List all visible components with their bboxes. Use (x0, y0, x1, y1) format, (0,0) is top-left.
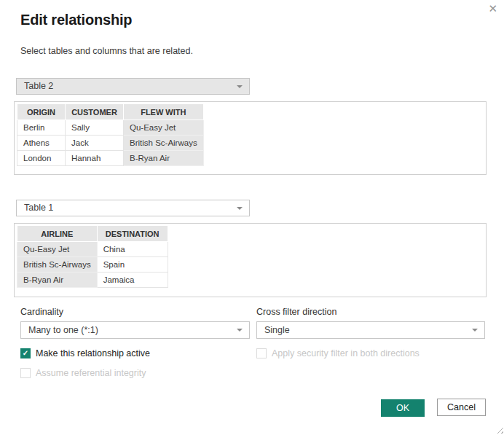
table-row: LondonHannahB-Ryan Air (17, 151, 204, 166)
table1-preview-panel: AIRLINEDESTINATIONQu-Easy JetChinaBritis… (14, 223, 487, 297)
cross-filter-direction-label: Cross filter direction (256, 307, 336, 317)
checkbox-label: Make this relationship active (36, 348, 150, 358)
table2-dropdown[interactable]: Table 2 (16, 78, 250, 95)
table-cell[interactable]: Qu-Easy Jet (17, 242, 98, 257)
checkbox-make-relationship-active[interactable]: ✓ Make this relationship active (20, 348, 150, 358)
cardinality-dropdown[interactable]: Many to one (*:1) (20, 321, 250, 339)
checkbox-apply-security-filter: ✓ Apply security filter in both directio… (256, 348, 420, 358)
close-icon[interactable]: ✕ (488, 3, 497, 14)
table-cell[interactable]: Athens (17, 136, 66, 151)
table2-preview-panel: ORIGINCUSTOMERFLEW WITHBerlinSallyQu-Eas… (14, 101, 487, 175)
table-header-row: ORIGINCUSTOMERFLEW WITH (17, 104, 204, 120)
chevron-down-icon (237, 85, 243, 88)
chevron-down-icon (237, 207, 243, 210)
resize-grip[interactable] (496, 426, 503, 434)
checkbox-label: Assume referential integrity (36, 368, 146, 378)
table-row: B-Ryan AirJamaica (17, 273, 168, 288)
cardinality-dropdown-value: Many to one (*:1) (28, 325, 98, 335)
table-cell[interactable]: Hannah (66, 151, 124, 166)
column-header[interactable]: DESTINATION (97, 226, 168, 242)
checkbox-box-icon: ✓ (20, 368, 31, 378)
table-cell[interactable]: Jack (66, 136, 124, 151)
column-header[interactable]: AIRLINE (17, 226, 98, 242)
table-header-row: AIRLINEDESTINATION (17, 226, 168, 242)
table-cell[interactable]: Qu-Easy Jet (124, 120, 204, 136)
table2-dropdown-value: Table 2 (24, 81, 53, 91)
checkmark-icon: ✓ (23, 350, 28, 357)
table-cell[interactable]: Berlin (17, 120, 66, 136)
table-row: British Sc-AirwaysSpain (17, 257, 168, 273)
column-header[interactable]: FLEW WITH (124, 104, 204, 120)
table-cell[interactable]: B-Ryan Air (124, 151, 204, 166)
table-cell[interactable]: B-Ryan Air (17, 273, 98, 288)
table-cell[interactable]: Sally (66, 120, 124, 136)
checkbox-box-icon: ✓ (256, 348, 267, 358)
cross-filter-direction-dropdown[interactable]: Single (256, 321, 485, 339)
table2-data-grid: ORIGINCUSTOMERFLEW WITHBerlinSallyQu-Eas… (17, 103, 204, 166)
table-cell[interactable]: London (17, 151, 66, 166)
ok-button[interactable]: OK (381, 399, 425, 417)
table-cell[interactable]: British Sc-Airways (17, 257, 98, 273)
cancel-button[interactable]: Cancel (437, 399, 486, 416)
cross-filter-dropdown-value: Single (264, 325, 290, 335)
dialog-subtitle: Select tables and columns that are relat… (20, 46, 193, 56)
column-header[interactable]: ORIGIN (17, 104, 66, 120)
table-row: BerlinSallyQu-Easy Jet (17, 120, 204, 136)
table1-data-grid: AIRLINEDESTINATIONQu-Easy JetChinaBritis… (17, 225, 168, 288)
table-cell[interactable]: British Sc-Airways (124, 136, 204, 151)
table1-dropdown[interactable]: Table 1 (16, 200, 250, 216)
checkbox-box-icon: ✓ (20, 348, 31, 358)
chevron-down-icon (472, 329, 478, 332)
chevron-down-icon (237, 329, 243, 332)
dialog-title: Edit relationship (20, 12, 132, 28)
table-row: AthensJackBritish Sc-Airways (17, 136, 204, 151)
checkbox-label: Apply security filter in both directions (272, 348, 420, 358)
edit-relationship-dialog: ✕ Edit relationship Select tables and co… (0, 0, 504, 435)
table1-dropdown-value: Table 1 (24, 203, 53, 213)
table-row: Qu-Easy JetChina (17, 242, 168, 257)
column-header[interactable]: CUSTOMER (66, 104, 124, 120)
cardinality-label: Cardinality (20, 307, 63, 317)
table-cell[interactable]: Spain (97, 257, 168, 273)
checkbox-assume-referential-integrity: ✓ Assume referential integrity (20, 368, 146, 378)
table-cell[interactable]: China (97, 242, 168, 257)
table-cell[interactable]: Jamaica (97, 273, 168, 288)
